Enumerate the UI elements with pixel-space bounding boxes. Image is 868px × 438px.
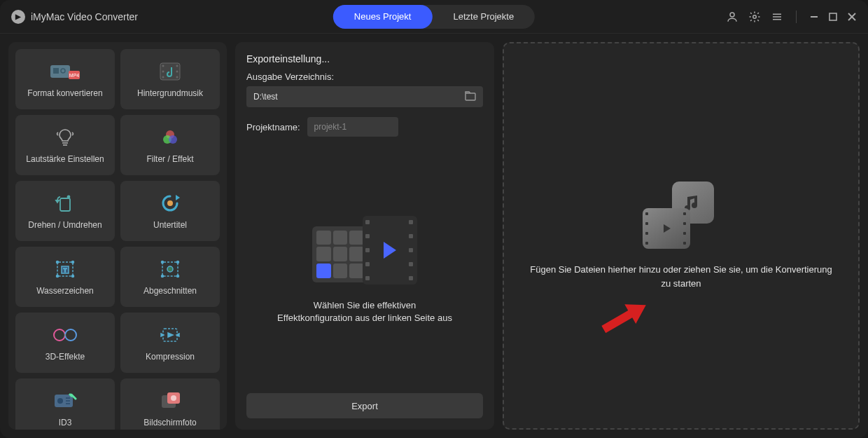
compression-icon <box>159 324 181 346</box>
titlebar: ▶ iMyMac Video Converter Neues Projekt L… <box>0 0 868 34</box>
tab-label: Neues Projekt <box>354 11 412 22</box>
tool-label: 3D-Effekte <box>46 352 85 362</box>
minimize-icon[interactable] <box>809 12 819 22</box>
tool-label: Bildschirmfoto <box>144 418 196 427</box>
project-name-row: Projektname: projekt-1 <box>246 117 483 137</box>
svg-point-42 <box>162 275 164 278</box>
project-name-placeholder: projekt-1 <box>314 122 347 132</box>
svg-point-16 <box>162 71 164 73</box>
tool-3d-effects[interactable]: 3D-Effekte <box>15 313 115 373</box>
svg-point-41 <box>177 261 179 264</box>
tool-label: Untertitel <box>153 220 187 230</box>
output-dir-label: Ausgabe Verzeichnis: <box>246 71 483 82</box>
app-title: ▶ iMyMac Video Converter <box>11 10 138 24</box>
svg-marker-48 <box>168 333 173 337</box>
svg-point-1 <box>753 15 757 18</box>
tool-crop[interactable]: Abgeschnitten <box>120 247 220 307</box>
svg-point-39 <box>167 266 173 272</box>
svg-point-52 <box>57 398 63 404</box>
svg-marker-29 <box>176 195 180 200</box>
tab-new-project[interactable]: Neues Projekt <box>333 5 433 29</box>
tool-label: Hintergrundmusik <box>137 88 203 98</box>
svg-point-18 <box>176 65 178 67</box>
tool-id3[interactable]: ID3 <box>15 378 115 430</box>
svg-marker-62 <box>598 295 652 339</box>
maximize-icon[interactable] <box>829 13 837 21</box>
tool-subtitle[interactable]: Untertitel <box>120 181 220 241</box>
tool-compression[interactable]: Kompression <box>120 313 220 373</box>
svg-point-25 <box>169 135 177 144</box>
svg-rect-26 <box>60 198 70 211</box>
hint-line-2: Effektkonfiguration aus der linken Seite… <box>277 312 452 324</box>
tool-background-music[interactable]: Hintergrundmusik <box>120 49 220 109</box>
tool-sidebar: MP4 Format konvertieren Hintergrundmusik… <box>8 42 227 430</box>
folder-browse-icon[interactable] <box>465 91 476 103</box>
svg-point-35 <box>72 261 74 264</box>
annotation-arrow-icon <box>596 293 657 348</box>
tool-volume[interactable]: Lautstärke Einstellen <box>15 115 115 175</box>
gear-icon[interactable] <box>748 11 761 23</box>
titlebar-controls <box>726 11 857 23</box>
svg-point-17 <box>162 76 164 78</box>
svg-text:T: T <box>64 267 67 273</box>
background-music-icon <box>158 60 183 83</box>
svg-rect-10 <box>53 68 59 74</box>
effect-hint-text: Wählen Sie die effektiven Effektkonfigur… <box>277 299 452 324</box>
video-preview-icon <box>363 216 417 285</box>
format-convert-icon: MP4 <box>49 60 81 83</box>
export-settings-heading: Exporteinstellung... <box>246 53 483 64</box>
app-title-text: iMyMac Video Converter <box>31 11 138 22</box>
tool-label: Drehen / Umdrehen <box>28 220 102 230</box>
video-file-icon <box>643 208 690 249</box>
svg-point-36 <box>57 275 59 278</box>
divider <box>796 11 797 23</box>
account-icon[interactable] <box>726 11 738 23</box>
export-settings-panel: Exporteinstellung... Ausgabe Verzeichnis… <box>235 42 494 430</box>
project-tabs: Neues Projekt Letzte Projekte <box>333 5 535 29</box>
project-name-input[interactable]: projekt-1 <box>307 117 398 137</box>
svg-point-15 <box>162 65 164 67</box>
svg-point-34 <box>57 261 59 264</box>
tool-label: Format konvertieren <box>27 88 102 98</box>
svg-rect-60 <box>465 93 475 100</box>
tool-format-convert[interactable]: MP4 Format konvertieren <box>15 49 115 109</box>
file-drop-zone[interactable]: Fügen Sie Dateien hierher hinzu oder zie… <box>503 42 860 430</box>
svg-point-0 <box>730 13 734 17</box>
export-button-label: Export <box>351 401 378 411</box>
tool-label: Kompression <box>146 352 195 362</box>
svg-point-20 <box>176 76 178 78</box>
tab-label: Letzte Projekte <box>453 11 514 22</box>
svg-point-30 <box>167 200 173 206</box>
screenshot-icon <box>159 390 181 412</box>
id3-icon <box>53 390 77 412</box>
tool-screenshot[interactable]: Bildschirmfoto <box>120 378 220 430</box>
project-name-label: Projektname: <box>246 122 300 132</box>
tool-label: Wasserzeichen <box>36 286 94 296</box>
svg-point-37 <box>72 275 74 278</box>
svg-point-45 <box>65 329 76 341</box>
rotate-flip-icon <box>55 192 76 214</box>
watermark-icon: T <box>55 258 76 280</box>
tool-rotate-flip[interactable]: Drehen / Umdrehen <box>15 181 115 241</box>
svg-point-44 <box>54 329 65 341</box>
preview-illustration <box>312 212 417 289</box>
svg-rect-6 <box>830 13 836 20</box>
tool-label: Lautstärke Einstellen <box>26 154 104 164</box>
svg-rect-51 <box>55 395 73 407</box>
volume-icon <box>55 126 76 149</box>
drop-illustration <box>643 182 720 249</box>
svg-point-59 <box>171 395 176 401</box>
effect-grid-icon <box>312 226 368 282</box>
tool-label: Filter / Effekt <box>146 154 193 164</box>
tool-label: ID3 <box>59 418 72 427</box>
svg-marker-61 <box>664 224 671 233</box>
subtitle-icon <box>159 192 181 214</box>
tool-filter-effect[interactable]: Filter / Effekt <box>120 115 220 175</box>
svg-marker-27 <box>56 200 59 203</box>
tab-recent-projects[interactable]: Letzte Projekte <box>432 5 535 29</box>
output-dir-field[interactable]: D:\test <box>246 86 483 107</box>
menu-icon[interactable] <box>771 11 783 23</box>
tool-watermark[interactable]: T Wasserzeichen <box>15 247 115 307</box>
export-button[interactable]: Export <box>246 393 483 418</box>
close-icon[interactable] <box>847 12 857 22</box>
